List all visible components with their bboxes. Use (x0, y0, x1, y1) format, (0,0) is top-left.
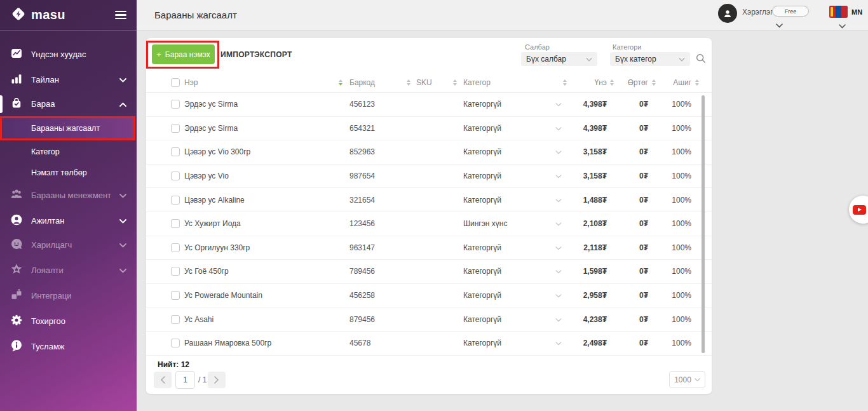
sidebar-item-label: Нэмэлт төлбөр (31, 168, 87, 177)
hamburger-menu-icon[interactable] (115, 9, 126, 22)
language-chevron-icon[interactable] (839, 20, 846, 31)
sidebar-item-employee[interactable]: Ажилтан (0, 208, 137, 233)
group-icon (10, 188, 23, 203)
chevron-down-icon[interactable] (555, 124, 562, 133)
plan-badge[interactable]: Free (772, 6, 809, 17)
table-row: Эрдэс ус Sirma 456123 Категоргүй 4,398₮ … (146, 93, 712, 117)
chevron-down-icon[interactable] (555, 147, 562, 156)
row-checkbox[interactable] (171, 124, 180, 133)
sort-control-barcode[interactable] (407, 79, 410, 86)
cell-name: Ус Оргилуун 330гр (184, 243, 250, 252)
select-all-checkbox[interactable] (171, 78, 180, 87)
sidebar-item-label: Бараа (31, 99, 55, 109)
chevron-down-icon[interactable] (555, 172, 562, 180)
cell-category[interactable]: Категоргүй (463, 243, 501, 252)
pagination-next-button[interactable] (208, 372, 226, 388)
column-header-profit: Ашиг (663, 78, 691, 87)
row-checkbox[interactable] (171, 100, 180, 109)
row-checkbox[interactable] (171, 291, 180, 300)
cell-profit: 100% (663, 339, 691, 347)
cell-category[interactable]: Категоргүй (463, 147, 501, 156)
branch-filter-select[interactable]: Бүх салбар (521, 52, 597, 66)
chevron-down-icon (586, 55, 592, 64)
cell-name: Ус Asahi (184, 315, 214, 324)
column-header-name: Нэр (184, 78, 198, 87)
chevron-down-icon[interactable] (555, 291, 562, 300)
cell-category[interactable]: Категоргүй (463, 124, 501, 133)
row-checkbox[interactable] (171, 219, 180, 228)
cell-category[interactable]: Категоргүй (463, 315, 501, 324)
row-checkbox[interactable] (171, 147, 180, 156)
chevron-down-icon[interactable] (555, 315, 562, 324)
chevron-up-icon (119, 99, 126, 109)
sidebar-item-category[interactable]: Категор (0, 141, 137, 163)
category-filter-select[interactable]: Бүх категор (610, 52, 690, 66)
cell-cost: 0₮ (621, 172, 648, 180)
cell-profit: 100% (663, 291, 691, 300)
import-button[interactable]: ИМПОРТ (220, 50, 255, 59)
cell-category[interactable]: Категоргүй (463, 196, 501, 205)
avatar[interactable] (718, 4, 737, 23)
branch-filter-value: Бүх салбар (526, 55, 566, 64)
page-size-select[interactable]: 1000 (669, 371, 705, 388)
cell-cost: 0₮ (621, 291, 648, 300)
row-checkbox[interactable] (171, 339, 180, 347)
sidebar-item-help[interactable]: Тусламж (0, 334, 137, 359)
bar-chart-icon (10, 72, 23, 87)
search-icon[interactable] (695, 53, 707, 66)
sidebar-item-loyalty[interactable]: Лояалти (0, 257, 137, 283)
sidebar-item-product-mgmt[interactable]: Барааны менежмент (0, 182, 137, 208)
sidebar-item-product-list[interactable]: Барааны жагсаалт (0, 116, 135, 140)
cell-category[interactable]: Категоргүй (463, 172, 501, 180)
chevron-down-icon[interactable] (555, 196, 562, 205)
brand-logo: masu (10, 6, 65, 25)
cell-category[interactable]: Шингэн хүнс (463, 219, 507, 228)
cell-barcode: 654321 (349, 124, 375, 133)
page-number-input[interactable] (175, 371, 195, 389)
chevron-down-icon[interactable] (555, 243, 562, 252)
user-menu-chevron-icon[interactable] (776, 19, 783, 30)
table-row: Ус Оргилуун 330гр 963147 Категоргүй 2,11… (146, 236, 712, 260)
row-checkbox[interactable] (171, 267, 180, 276)
export-button[interactable]: ЭКСПОРТ (254, 50, 292, 59)
table-row: Цэвэр ус Alkaline 321654 Категоргүй 1,48… (146, 188, 712, 212)
sort-control-price[interactable] (610, 79, 614, 86)
cell-category[interactable]: Категоргүй (463, 291, 501, 300)
cell-category[interactable]: Категоргүй (463, 100, 501, 109)
cell-category[interactable]: Категоргүй (463, 339, 501, 347)
sidebar-item-label: Тайлан (31, 75, 59, 84)
chevron-down-icon[interactable] (555, 219, 562, 228)
annotation-highlight-add-button: + Бараа нэмэх (146, 41, 219, 69)
mongolia-flag-icon[interactable] (829, 6, 848, 18)
sidebar-item-customer[interactable]: Харилцагч (0, 232, 137, 257)
sidebar-item-extra-fee[interactable]: Нэмэлт төлбөр (0, 162, 137, 184)
chevron-down-icon[interactable] (555, 339, 562, 347)
sort-control-sku[interactable] (453, 79, 457, 86)
table-row: Ус Гоё 450гр 789456 Категоргүй 1,598₮ 0₮… (146, 260, 712, 284)
row-checkbox[interactable] (171, 315, 180, 324)
add-product-button[interactable]: + Бараа нэмэх (152, 44, 215, 64)
cell-cost: 0₮ (621, 339, 648, 347)
sidebar-item-home[interactable]: Үндсэн хуудас (0, 41, 137, 67)
chevron-down-icon (119, 191, 126, 200)
row-checkbox[interactable] (171, 172, 180, 180)
sort-control-name[interactable] (339, 79, 342, 86)
cell-price: 4,238₮ (562, 315, 607, 324)
youtube-help-button[interactable] (849, 196, 868, 224)
cell-profit: 100% (663, 196, 691, 205)
sidebar-item-settings[interactable]: Тохиргоо (0, 308, 137, 334)
sidebar-item-product[interactable]: Бараа (0, 91, 137, 116)
table-scrollbar[interactable] (702, 95, 705, 353)
cell-category[interactable]: Категоргүй (463, 267, 501, 276)
sort-control-profit[interactable] (695, 79, 699, 86)
pagination-prev-button[interactable] (154, 372, 172, 388)
sidebar-item-integration[interactable]: Интеграци (0, 283, 137, 308)
row-checkbox[interactable] (171, 196, 180, 205)
chevron-down-icon[interactable] (555, 267, 562, 276)
row-checkbox[interactable] (171, 243, 180, 252)
language-label[interactable]: MN (851, 8, 862, 16)
sort-control-cost[interactable] (652, 79, 656, 86)
sidebar-item-report[interactable]: Тайлан (0, 67, 137, 92)
chevron-down-icon[interactable] (555, 100, 562, 109)
column-header-sku: SKU (416, 78, 432, 87)
